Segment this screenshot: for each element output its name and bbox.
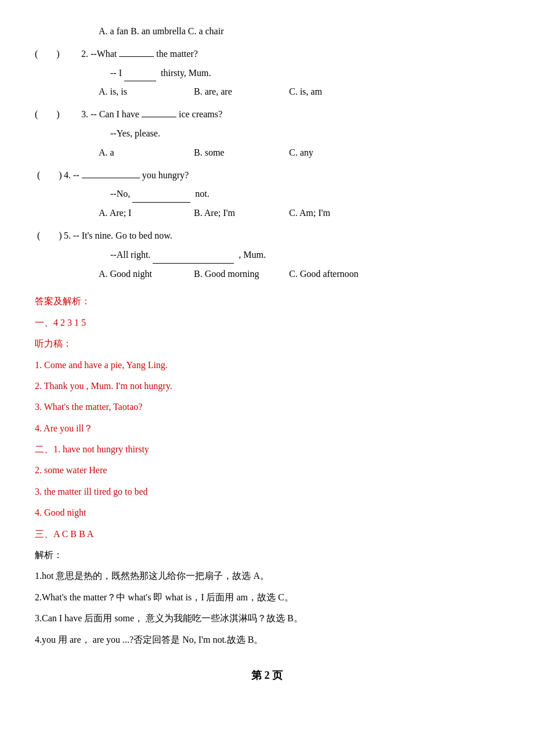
q5-sub-prefix: --All right. — [110, 250, 150, 260]
q3-option-b: B. some — [194, 145, 287, 161]
q2-option-b: B. are, are — [194, 84, 287, 100]
q5-option-b: B. Good morning — [194, 266, 287, 283]
q5-paren: ( ) — [35, 228, 64, 244]
q2-text1: the matter? — [154, 46, 198, 63]
q5-sub-line: --All right. , Mum. — [110, 247, 499, 264]
answer-section-label: 答案及解析： — [35, 293, 499, 310]
analysis-item-3: 3.Can I have 后面用 some， 意义为我能吃一些冰淇淋吗？故选 B… — [35, 610, 499, 627]
part2-item-2: 3. the matter ill tired go to bed — [35, 483, 499, 501]
part2-label: 二、1. have not hungry thirsty — [35, 441, 499, 458]
q2-num: 2. --What — [81, 46, 117, 63]
q5-blank1 — [153, 253, 234, 264]
question-2-line: ( ) 2. --What the matter? — [35, 46, 499, 63]
question-5-block: ( ) 5. -- It's nine. Go to bed now. --Al… — [35, 228, 499, 282]
analysis-label: 解析： — [35, 546, 499, 564]
q4-text1: you hungry? — [140, 167, 189, 184]
q3-sub-text: --Yes, please. — [110, 128, 160, 138]
q4-sub-line: --No, not. — [110, 186, 499, 203]
q5-options: A. Good night B. Good morning C. Good af… — [99, 266, 499, 283]
q3-sub-line: --Yes, please. — [110, 125, 499, 142]
part1-label: 一、4 2 3 1 5 — [35, 314, 499, 332]
question-3-line: ( ) 3. -- Can I have ice creams? — [35, 106, 499, 123]
page-number: 第 2 页 — [251, 669, 283, 681]
question-3-block: ( ) 3. -- Can I have ice creams? --Yes, … — [35, 106, 499, 161]
q2-sub-suffix: thirsty, Mum. — [158, 68, 211, 78]
q2-sub-line: -- I thirsty, Mum. — [110, 65, 499, 82]
listening-label: 听力稿： — [35, 335, 499, 352]
q5-text1: 5. -- It's nine. Go to bed now. — [64, 228, 172, 244]
q2-option-c: C. is, am — [289, 84, 382, 100]
listening-item-2: 2. Thank you , Mum. I'm not hungry. — [35, 377, 499, 395]
q3-num: 3. -- Can I have — [81, 106, 139, 123]
question-5-line: ( ) 5. -- It's nine. Go to bed now. — [35, 228, 499, 244]
part2-item-1: 2. some water Here — [35, 462, 499, 479]
q5-sub-suffix: , Mum. — [236, 250, 266, 260]
question-4-block: ( ) 4. -- you hungry? --No, not. A. Are;… — [35, 167, 499, 222]
question-4-line: ( ) 4. -- you hungry? — [35, 167, 499, 184]
q4-paren: ( ) — [35, 167, 64, 184]
q3-option-c: C. any — [289, 145, 382, 161]
question-2-block: ( ) 2. --What the matter? -- I thirsty, … — [35, 46, 499, 100]
q5-option-c: C. Good afternoon — [289, 266, 382, 283]
q2-paren: ( ) — [35, 46, 81, 63]
q3-paren: ( ) — [35, 106, 81, 123]
q4-sub-suffix: not. — [193, 189, 209, 199]
q4-num: 4. -- — [64, 167, 80, 184]
part2-item-3: 4. Good night — [35, 504, 499, 521]
page-footer: 第 2 页 — [35, 666, 499, 685]
q1-options-line: A. a fan B. an umbrella C. a chair — [99, 23, 499, 40]
q5-option-a: A. Good night — [99, 266, 192, 283]
q2-option-a: A. is, is — [99, 84, 192, 100]
listening-item-1: 1. Come and have a pie, Yang Ling. — [35, 357, 499, 374]
q3-text1: ice creams? — [176, 106, 222, 123]
q2-blank1 — [119, 46, 154, 57]
q4-option-a: A. Are; I — [99, 205, 192, 222]
q4-option-c: C. Am; I'm — [289, 205, 382, 222]
q2-blank2 — [124, 71, 156, 81]
q4-blank2 — [132, 192, 190, 203]
q3-blank1 — [142, 107, 176, 117]
analysis-item-2: 2.What's the matter？中 what's 即 what is，I… — [35, 589, 499, 606]
analysis-item-4: 4.you 用 are， are you ...?否定回答是 No, I'm n… — [35, 631, 499, 649]
q1-options-block: A. a fan B. an umbrella C. a chair — [35, 23, 499, 40]
q1-option-a: A. a fan B. an umbrella C. a chair — [99, 23, 223, 40]
q4-sub-prefix: --No, — [110, 189, 130, 199]
analysis-item-1: 1.hot 意思是热的，既然热那这儿给你一把扇子，故选 A。 — [35, 567, 499, 585]
answer-section: 答案及解析： 一、4 2 3 1 5 听力稿： 1. Come and have… — [35, 293, 499, 649]
listening-item-4: 4. Are you ill？ — [35, 420, 499, 437]
q3-option-a: A. a — [99, 145, 192, 161]
q4-option-b: B. Are; I'm — [194, 205, 287, 222]
q4-options: A. Are; I B. Are; I'm C. Am; I'm — [99, 205, 499, 222]
q4-blank1 — [82, 168, 140, 178]
q2-sub-prefix: -- I — [110, 68, 122, 78]
q3-options: A. a B. some C. any — [99, 145, 499, 161]
q2-options: A. is, is B. are, are C. is, am — [99, 84, 499, 100]
part3-label: 三、A C B B A — [35, 525, 499, 543]
listening-item-3: 3. What's the matter, Taotao? — [35, 398, 499, 416]
